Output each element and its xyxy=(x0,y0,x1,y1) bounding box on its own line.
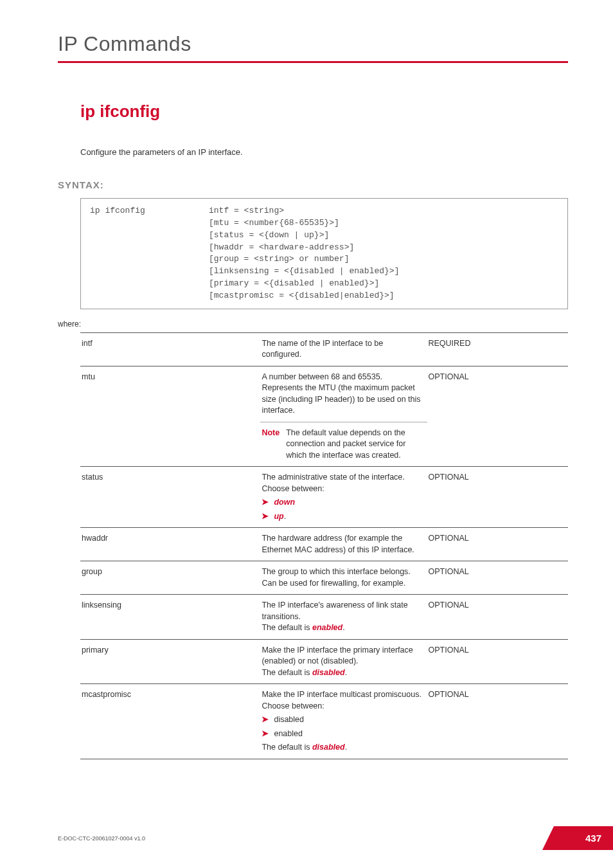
param-req: OPTIONAL xyxy=(427,639,569,684)
param-desc: The group to which this interface belong… xyxy=(260,561,427,595)
default-prefix: The default is xyxy=(262,668,312,677)
param-desc: The IP interface's awareness of link sta… xyxy=(260,595,427,640)
option-value: disabled xyxy=(274,715,304,724)
command-description: Configure the parameters of an IP interf… xyxy=(80,147,568,157)
syntax-label: SYNTAX: xyxy=(58,179,568,190)
default-suffix: . xyxy=(345,668,347,677)
param-name: mcastpromisc xyxy=(80,684,260,759)
table-row: linksensing The IP interface's awareness… xyxy=(80,595,568,640)
syntax-line: [hwaddr = <hardware-address>] xyxy=(209,242,558,254)
syntax-line: [group = <string> or number] xyxy=(209,253,558,266)
arrow-icon: ➤ xyxy=(262,729,269,738)
option-value: down xyxy=(274,498,295,507)
syntax-line: [status = <{down | up}>] xyxy=(209,230,558,242)
default-value: disabled xyxy=(312,668,345,677)
param-desc-text: Make the IP interface multicast promiscu… xyxy=(262,689,423,712)
option-value: up xyxy=(274,512,283,521)
default-value: disabled xyxy=(312,743,345,752)
param-desc: The name of the IP interface to be confi… xyxy=(260,332,427,366)
where-label: where: xyxy=(58,320,568,329)
arrow-icon: ➤ xyxy=(262,715,269,724)
param-req: OPTIONAL xyxy=(427,595,569,640)
option-value: enabled xyxy=(274,729,303,738)
command-title: ip ifconfig xyxy=(80,102,568,122)
param-name: hwaddr xyxy=(80,528,260,561)
param-desc-text: The IP interface's awareness of link sta… xyxy=(262,600,423,622)
syntax-line: [mcastpromisc = <{disabled|enabled}>] xyxy=(209,290,558,302)
note-label: Note xyxy=(262,428,280,462)
param-req: OPTIONAL xyxy=(427,366,569,467)
header-rule xyxy=(58,61,568,63)
param-name: intf xyxy=(80,332,260,366)
default-prefix: The default is xyxy=(262,743,312,752)
params-table: intf The name of the IP interface to be … xyxy=(80,332,568,759)
syntax-line: [mtu = <number{68-65535}>] xyxy=(209,217,558,230)
default-suffix: . xyxy=(345,743,347,752)
default-prefix: The default is xyxy=(262,623,312,632)
footer: E-DOC-CTC-20061027-0004 v1.0 437 xyxy=(58,826,613,850)
param-desc: The administrative state of the interfac… xyxy=(260,467,427,528)
param-desc-text: The administrative state of the interfac… xyxy=(262,472,423,494)
footer-doc-id: E-DOC-CTC-20061027-0004 v1.0 xyxy=(58,835,145,842)
table-row: intf The name of the IP interface to be … xyxy=(80,332,568,366)
param-desc-text: Make the IP interface the primary interf… xyxy=(262,645,423,667)
param-desc: Make the IP interface multicast promiscu… xyxy=(260,684,427,759)
syntax-box: ip ifconfig intf = <string> [mtu = <numb… xyxy=(80,198,568,309)
param-name: mtu xyxy=(80,366,260,467)
param-name: primary xyxy=(80,639,260,684)
param-note: Note The default value depends on the co… xyxy=(260,422,427,467)
syntax-body: intf = <string> [mtu = <number{68-65535}… xyxy=(209,205,558,302)
syntax-line: [primary = <{disabled | enabled}>] xyxy=(209,278,558,290)
table-row: hwaddr The hardware address (for example… xyxy=(80,528,568,561)
table-row: group The group to which this interface … xyxy=(80,561,568,595)
syntax-line: [linksensing = <{disabled | enabled}>] xyxy=(209,266,558,278)
param-name: group xyxy=(80,561,260,595)
param-req: OPTIONAL xyxy=(427,561,569,595)
default-value: enabled xyxy=(312,623,342,632)
note-text: The default value depends on the connect… xyxy=(286,428,423,462)
page-header: IP Commands xyxy=(58,32,568,56)
footer-page-number: 437 xyxy=(542,826,613,850)
arrow-icon: ➤ xyxy=(262,498,269,507)
param-req: OPTIONAL xyxy=(427,467,569,528)
arrow-icon: ➤ xyxy=(262,512,269,521)
param-desc: The hardware address (for example the Et… xyxy=(260,528,427,561)
syntax-cmd: ip ifconfig xyxy=(90,205,209,302)
param-desc: Make the IP interface the primary interf… xyxy=(260,639,427,684)
param-req: REQUIRED xyxy=(427,332,569,366)
param-name: linksensing xyxy=(80,595,260,640)
table-row: mcastpromisc Make the IP interface multi… xyxy=(80,684,568,759)
param-name: status xyxy=(80,467,260,528)
table-row: mtu A number between 68 and 65535. Repre… xyxy=(80,366,568,422)
option-suffix: . xyxy=(284,512,286,521)
syntax-line: intf = <string> xyxy=(209,205,558,217)
default-suffix: . xyxy=(342,623,344,632)
table-row: primary Make the IP interface the primar… xyxy=(80,639,568,684)
param-req: OPTIONAL xyxy=(427,528,569,561)
table-row: status The administrative state of the i… xyxy=(80,467,568,528)
param-desc: A number between 68 and 65535. Represent… xyxy=(260,366,427,422)
param-req: OPTIONAL xyxy=(427,684,569,759)
